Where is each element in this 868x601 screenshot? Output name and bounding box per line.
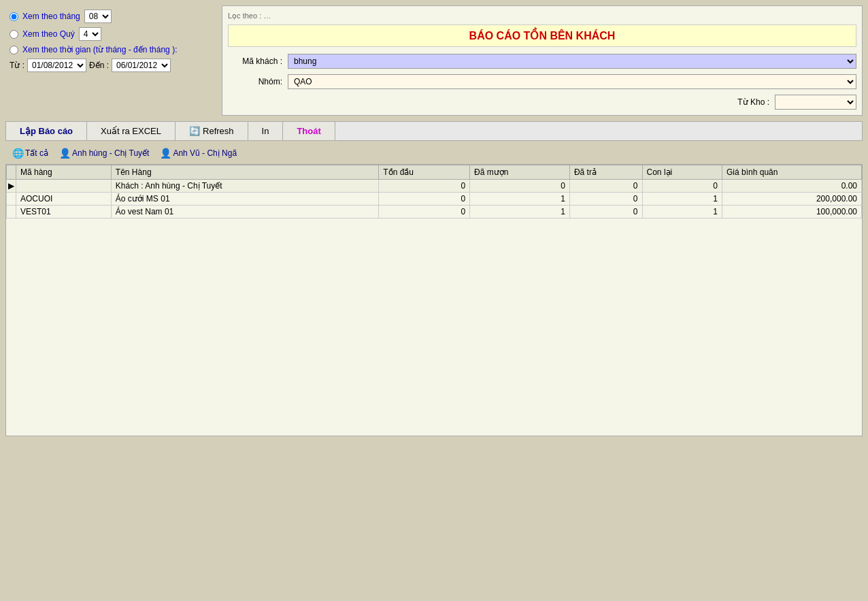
col-header-ten-hang: Tên Hàng bbox=[111, 165, 379, 180]
tabs-bar: 🌐 Tất cả 👤 Anh hùng - Chị Tuyết 👤 Anh Vũ… bbox=[5, 145, 863, 161]
col-header-ton-dau: Tồn đầu bbox=[379, 165, 470, 180]
right-panel: Lọc theo : … BÁO CÁO TỒN BÊN KHÁCH Mã kh… bbox=[222, 5, 863, 116]
refresh-label: Refresh bbox=[203, 126, 234, 136]
view-theo-quy-row: Xem theo Quý 4 bbox=[10, 27, 212, 41]
data-table: Mã hàng Tên Hàng Tồn đầu Đã mượn Đã trả … bbox=[6, 165, 862, 218]
main-container: Xem theo tháng 08 Xem theo Quý 4 Xem the… bbox=[0, 0, 868, 601]
left-panel: Xem theo tháng 08 Xem theo Quý 4 Xem the… bbox=[5, 5, 216, 116]
label-den: Đến : bbox=[89, 61, 109, 70]
tab-anh-hung-label: Anh hùng - Chị Tuyết bbox=[72, 148, 149, 158]
label-theo-tg[interactable]: Xem theo thời gian (từ tháng - đến tháng… bbox=[22, 45, 177, 54]
tab-all-icon: 🌐 bbox=[12, 148, 23, 159]
tab-person-icon-2: 👤 bbox=[160, 148, 171, 159]
filter-label: Lọc theo : … bbox=[228, 12, 856, 20]
tab-tat-ca[interactable]: 🌐 Tất cả bbox=[8, 146, 52, 160]
tab-anh-vu-chi-nga[interactable]: 👤 Anh Vũ - Chị Ngã bbox=[156, 146, 241, 160]
thoat-button[interactable]: Thoát bbox=[283, 122, 335, 140]
in-button[interactable]: In bbox=[248, 122, 284, 140]
tab-person-icon-1: 👤 bbox=[59, 148, 70, 159]
label-ma-khach: Mã khách : bbox=[228, 56, 282, 66]
col-header-gia-binh-quan: Giá bình quân bbox=[722, 165, 862, 180]
col-header-ma-hang: Mã hàng bbox=[16, 165, 112, 180]
select-tu-date[interactable]: 01/08/2012 bbox=[27, 59, 86, 72]
top-section: Xem theo tháng 08 Xem theo Quý 4 Xem the… bbox=[5, 5, 863, 116]
xuat-excel-button[interactable]: Xuất ra EXCEL bbox=[87, 122, 176, 140]
row-arrow[interactable]: ▶ bbox=[7, 180, 16, 193]
row-ten_hang: Khách : Anh hùng - Chị Tuyết bbox=[111, 180, 379, 193]
row-ma_hang: AOCUOI bbox=[16, 193, 112, 206]
row-con_lai: 1 bbox=[642, 193, 722, 206]
row-da_muon: 1 bbox=[470, 206, 570, 218]
row-da_tra: 0 bbox=[569, 180, 642, 193]
refresh-icon: 🔄 bbox=[189, 126, 200, 136]
col-header-da-muon: Đã mượn bbox=[470, 165, 570, 180]
label-tu: Từ : bbox=[10, 61, 24, 70]
row-gia_binh_quan: 100,000.00 bbox=[722, 206, 862, 218]
label-nhom: Nhóm: bbox=[228, 77, 282, 86]
row-arrow bbox=[7, 193, 16, 206]
date-range-row: Từ : 01/08/2012 Đến : 06/01/2012 bbox=[10, 59, 212, 72]
select-tu-kho[interactable] bbox=[775, 95, 856, 110]
select-quy[interactable]: 4 bbox=[79, 27, 101, 41]
table-body: ▶Khách : Anh hùng - Chị Tuyết00000.00AOC… bbox=[7, 180, 862, 218]
label-theo-thang[interactable]: Xem theo tháng bbox=[22, 12, 80, 21]
row-con_lai: 1 bbox=[642, 206, 722, 218]
row-da_tra: 0 bbox=[569, 206, 642, 218]
label-tu-kho: Từ Kho : bbox=[737, 97, 769, 107]
tu-kho-row: Từ Kho : bbox=[228, 95, 856, 110]
refresh-button[interactable]: 🔄 Refresh bbox=[176, 122, 248, 140]
table-row: ▶Khách : Anh hùng - Chị Tuyết00000.00 bbox=[7, 180, 862, 193]
col-header-da-tra: Đã trả bbox=[569, 165, 642, 180]
radio-theo-thang[interactable] bbox=[10, 12, 18, 21]
radio-theo-quy[interactable] bbox=[10, 30, 18, 39]
report-title: BÁO CÁO TỒN BÊN KHÁCH bbox=[228, 25, 856, 47]
row-ton_dau: 0 bbox=[379, 193, 470, 206]
select-den-date[interactable]: 06/01/2012 bbox=[112, 59, 171, 72]
radio-theo-tg[interactable] bbox=[10, 46, 18, 54]
table-header-row: Mã hàng Tên Hàng Tồn đầu Đã mượn Đã trả … bbox=[7, 165, 862, 180]
view-theo-thang-row: Xem theo tháng 08 bbox=[10, 10, 212, 23]
row-ten_hang: Áo cưới MS 01 bbox=[111, 193, 379, 206]
row-gia_binh_quan: 200,000.00 bbox=[722, 193, 862, 206]
label-theo-quy[interactable]: Xem theo Quý bbox=[22, 29, 75, 39]
row-gia_binh_quan: 0.00 bbox=[722, 180, 862, 193]
row-da_muon: 0 bbox=[470, 180, 570, 193]
row-da_tra: 0 bbox=[569, 193, 642, 206]
select-thang[interactable]: 08 bbox=[84, 10, 112, 23]
tab-anh-vu-label: Anh Vũ - Chị Ngã bbox=[173, 148, 237, 158]
toolbar: Lập Báo cáo Xuất ra EXCEL 🔄 Refresh In T… bbox=[5, 121, 863, 141]
row-ton_dau: 0 bbox=[379, 206, 470, 218]
tab-anh-hung-chi-tuyet[interactable]: 👤 Anh hùng - Chị Tuyết bbox=[55, 146, 153, 160]
row-ton_dau: 0 bbox=[379, 180, 470, 193]
select-nhom[interactable]: QAO bbox=[288, 74, 856, 89]
tab-tat-ca-label: Tất cả bbox=[25, 148, 48, 158]
view-theo-tg-row: Xem theo thời gian (từ tháng - đến tháng… bbox=[10, 45, 212, 54]
table-row: AOCUOIÁo cưới MS 010101200,000.00 bbox=[7, 193, 862, 206]
table-row: VEST01Áo vest Nam 010101100,000.00 bbox=[7, 206, 862, 218]
row-ma_hang: VEST01 bbox=[16, 206, 112, 218]
row-con_lai: 0 bbox=[642, 180, 722, 193]
row-ma_hang bbox=[16, 180, 112, 193]
select-ma-khach[interactable]: bhung bbox=[288, 54, 856, 69]
col-header-arrow bbox=[7, 165, 16, 180]
ma-khach-row: Mã khách : bhung bbox=[228, 54, 856, 69]
nhom-row: Nhóm: QAO bbox=[228, 74, 856, 89]
lap-bao-cao-button[interactable]: Lập Báo cáo bbox=[6, 122, 87, 140]
row-ten_hang: Áo vest Nam 01 bbox=[111, 206, 379, 218]
row-da_muon: 1 bbox=[470, 193, 570, 206]
data-table-container: Mã hàng Tên Hàng Tồn đầu Đã mượn Đã trả … bbox=[5, 164, 863, 436]
col-header-con-lai: Con lại bbox=[642, 165, 722, 180]
row-arrow bbox=[7, 206, 16, 218]
